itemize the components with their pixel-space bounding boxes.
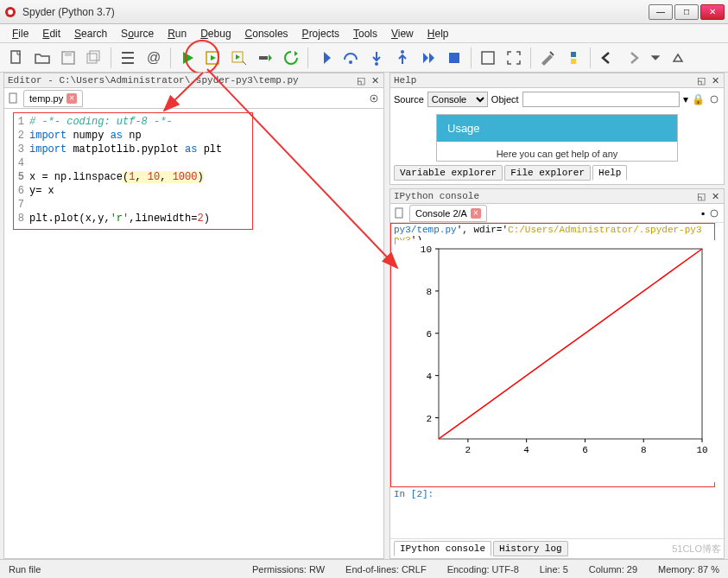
- menu-search[interactable]: Search: [69, 26, 112, 41]
- run-selection-button[interactable]: [254, 47, 276, 69]
- menu-file[interactable]: File: [7, 26, 34, 41]
- python-path-button[interactable]: [562, 47, 585, 69]
- fullscreen-button[interactable]: [503, 47, 525, 69]
- cwd-dropdown[interactable]: [648, 47, 663, 69]
- statusbar: Run file Permissions: RW End-of-lines: C…: [0, 559, 728, 578]
- menu-source[interactable]: Source: [116, 26, 159, 41]
- console-stop-icon[interactable]: ▪: [701, 207, 705, 219]
- save-all-button[interactable]: [83, 47, 105, 69]
- save-button[interactable]: [57, 47, 79, 69]
- stop-debug-button[interactable]: [443, 47, 465, 69]
- help-close-button[interactable]: ✕: [710, 75, 720, 86]
- help-options-icon[interactable]: [708, 93, 720, 105]
- menu-debug[interactable]: Debug: [195, 26, 236, 41]
- new-file-button[interactable]: [5, 47, 28, 69]
- menu-tools[interactable]: Tools: [348, 26, 383, 41]
- editor-body[interactable]: 1# -*- coding: utf-8 -*- 2import numpy a…: [3, 109, 384, 559]
- tab-variable-explorer[interactable]: Variable explorer: [394, 165, 503, 181]
- status-column: Column: 29: [589, 564, 637, 575]
- svg-rect-14: [482, 52, 494, 64]
- code-area[interactable]: 1# -*- coding: utf-8 -*- 2import numpy a…: [13, 112, 253, 230]
- tab-file-explorer[interactable]: File explorer: [504, 165, 591, 181]
- titlebar: Spyder (Python 3.7) — □ ✕: [0, 0, 728, 24]
- usage-card: Usage Here you can get help of any: [436, 114, 678, 162]
- help-dropdown-icon[interactable]: ▾: [683, 93, 688, 105]
- run-button[interactable]: [176, 47, 199, 69]
- back-button[interactable]: [596, 47, 618, 69]
- step-over-button[interactable]: [339, 47, 362, 69]
- menu-edit[interactable]: Edit: [37, 26, 66, 41]
- editor-pane-header: Editor - C:\Users\Administrator\.spyder-…: [3, 73, 384, 88]
- svg-point-17: [373, 97, 376, 99]
- svg-rect-15: [9, 93, 16, 103]
- help-source-select[interactable]: Console: [427, 92, 488, 107]
- svg-point-20: [711, 210, 718, 217]
- spyder-icon: [3, 5, 17, 19]
- tab-history-log[interactable]: History log: [493, 541, 568, 556]
- editor-undock-button[interactable]: ◱: [356, 75, 366, 86]
- step-out-button[interactable]: [391, 47, 414, 69]
- menu-help[interactable]: Help: [422, 26, 454, 41]
- matplotlib-plot: 246810246810: [396, 240, 715, 482]
- help-pane-header: Help ◱ ✕: [389, 73, 725, 88]
- svg-text:2: 2: [465, 445, 472, 455]
- at-button[interactable]: @: [142, 47, 165, 69]
- svg-text:4: 4: [426, 372, 432, 382]
- console-body: Console 2/A × ▪ py3/temp.py', wdir='C:/U…: [389, 204, 725, 559]
- menu-consoles[interactable]: Consoles: [240, 26, 294, 41]
- help-header-label: Help: [394, 75, 416, 86]
- svg-text:10: 10: [696, 445, 707, 455]
- menu-run[interactable]: Run: [162, 26, 192, 41]
- rerun-button[interactable]: [280, 47, 302, 69]
- console-prompt[interactable]: In [2]:: [394, 489, 434, 499]
- step-into-button[interactable]: [365, 47, 388, 69]
- menubar: File Edit Search Source Run Debug Consol…: [0, 24, 728, 43]
- console-pane-header: IPython console ◱ ✕: [389, 188, 725, 204]
- editor-close-button[interactable]: ✕: [370, 75, 380, 86]
- maximize-pane-button[interactable]: [477, 47, 499, 69]
- debug-button[interactable]: [313, 47, 336, 69]
- help-undock-button[interactable]: ◱: [696, 75, 706, 86]
- console-tab-close-icon[interactable]: ×: [471, 208, 481, 219]
- menu-projects[interactable]: Projects: [297, 26, 345, 41]
- svg-text:8: 8: [641, 445, 647, 455]
- help-body: Source Console Object ▾ 🔒 Usage Here you…: [389, 88, 725, 185]
- svg-text:10: 10: [421, 245, 432, 255]
- svg-point-11: [375, 62, 378, 66]
- console-close-button[interactable]: ✕: [710, 191, 720, 201]
- status-eol: End-of-lines: CRLF: [345, 564, 427, 575]
- preferences-button[interactable]: [536, 47, 559, 69]
- svg-text:6: 6: [582, 445, 588, 455]
- close-tab-icon[interactable]: ×: [66, 93, 77, 104]
- console-output[interactable]: py3/temp.py', wdir='C:/Users/Administrat…: [390, 223, 724, 538]
- help-object-input[interactable]: [522, 92, 680, 107]
- console-list-icon[interactable]: [394, 207, 406, 219]
- run-cell-button[interactable]: [202, 47, 225, 69]
- open-file-button[interactable]: [31, 47, 54, 69]
- tab-ipython-console[interactable]: IPython console: [394, 541, 491, 556]
- console-options-icon[interactable]: [708, 207, 720, 219]
- close-button[interactable]: ✕: [700, 4, 725, 20]
- window-title: Spyder (Python 3.7): [22, 6, 649, 18]
- help-source-label: Source: [394, 94, 424, 105]
- menu-view[interactable]: View: [386, 26, 419, 41]
- svg-point-10: [349, 60, 352, 64]
- outline-button[interactable]: [117, 47, 139, 69]
- lock-icon[interactable]: 🔒: [692, 93, 705, 105]
- forward-button[interactable]: [622, 47, 644, 69]
- editor-tab-temp[interactable]: temp.py ×: [23, 90, 83, 107]
- minimize-button[interactable]: —: [649, 4, 673, 20]
- editor-options-icon[interactable]: [368, 92, 380, 105]
- console-tab[interactable]: Console 2/A ×: [409, 205, 487, 222]
- cwd-up-button[interactable]: [667, 47, 689, 69]
- svg-rect-6: [90, 51, 99, 60]
- status-line: Line: 5: [540, 564, 568, 575]
- file-list-icon[interactable]: [8, 92, 20, 105]
- tab-help[interactable]: Help: [592, 165, 627, 181]
- console-undock-button[interactable]: ◱: [696, 191, 706, 201]
- continue-button[interactable]: [417, 47, 440, 69]
- maximize-button[interactable]: □: [674, 4, 699, 20]
- svg-text:4: 4: [523, 445, 529, 455]
- run-cell-advance-button[interactable]: [228, 47, 250, 69]
- help-object-label: Object: [491, 94, 519, 105]
